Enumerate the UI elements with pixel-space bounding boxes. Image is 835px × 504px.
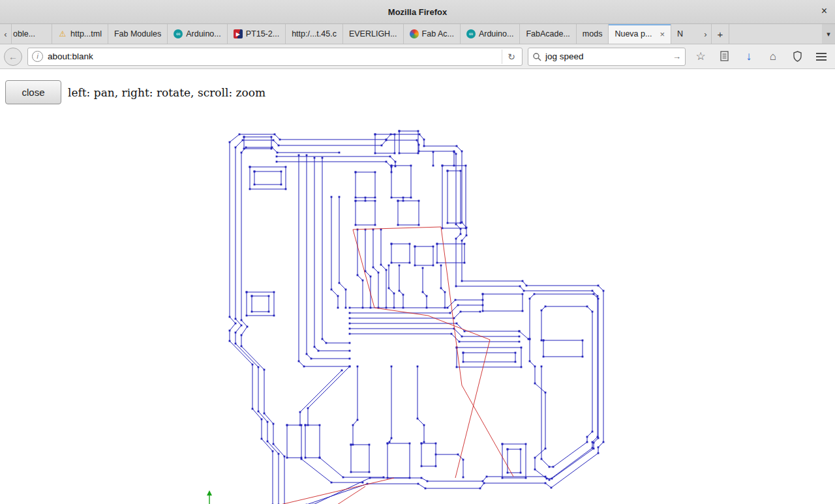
tab-label: oble... <box>13 29 35 38</box>
search-go-icon[interactable]: → <box>673 52 681 61</box>
tab-fab-ac[interactable]: Fab Ac... <box>404 24 461 44</box>
home-icon[interactable]: ⌂ <box>766 50 780 64</box>
list-tabs-button[interactable]: ▾ <box>822 24 835 44</box>
tab-label: mods <box>583 29 603 38</box>
tab-label: PT15-2... <box>246 29 279 38</box>
globe-icon <box>410 29 419 38</box>
tab-http-45[interactable]: http:/...t.45.c <box>286 24 343 44</box>
tab-nueva-active[interactable]: Nueva p... × <box>609 24 671 44</box>
tab-scroll-right-button[interactable]: › <box>700 24 712 44</box>
close-button[interactable]: close <box>5 80 61 104</box>
new-tab-button[interactable]: + <box>712 24 729 44</box>
bookmarks-icon[interactable] <box>718 50 732 64</box>
tab-bar: ‹ oble... http...tml Fab Modules Arduino… <box>0 24 835 44</box>
back-button[interactable]: ← <box>4 48 22 66</box>
tab-label: EVERLIGH... <box>349 29 397 38</box>
page-content: close left: pan, right: rotate, scroll: … <box>0 69 835 504</box>
tab-label: Fab Modules <box>114 29 161 38</box>
tab-label: http:/...t.45.c <box>292 29 337 38</box>
window-titlebar: Mozilla Firefox × <box>0 0 835 24</box>
tab-label: N <box>677 29 683 38</box>
search-input[interactable]: jog speed → <box>528 48 686 66</box>
tab-label: Arduino... <box>479 29 514 38</box>
tab-arduino-2[interactable]: Arduino... <box>461 24 521 44</box>
pt-icon <box>234 29 243 38</box>
tab-fabacademy[interactable]: FabAcade... <box>520 24 576 44</box>
arduino-icon <box>466 29 476 38</box>
tab-label: Nueva p... <box>615 29 652 38</box>
tab-label: FabAcade... <box>526 29 569 38</box>
tab-label: Arduino... <box>186 29 221 38</box>
tab-close-icon[interactable]: × <box>660 29 665 39</box>
instructions-text: left: pan, right: rotate, scroll: zoom <box>68 86 266 99</box>
download-icon[interactable]: ↓ <box>742 50 756 64</box>
toolpath-traces <box>229 130 605 504</box>
tab-label: Fab Ac... <box>422 29 454 38</box>
reload-button[interactable]: ↻ <box>502 50 518 64</box>
star-icon[interactable]: ☆ <box>693 50 708 64</box>
tab-pt15[interactable]: PT15-2... <box>228 24 286 44</box>
tab-label: http...tml <box>70 29 102 38</box>
window-close-icon[interactable]: × <box>821 5 827 17</box>
page-toolbar: close left: pan, right: rotate, scroll: … <box>0 69 835 104</box>
tab-n-partial[interactable]: N <box>671 24 700 44</box>
navigation-toolbar: ← i about:blank ↻ jog speed → ☆ ↓ ⌂ <box>0 44 835 69</box>
url-text: about:blank <box>48 52 497 61</box>
warning-icon <box>58 29 67 38</box>
tab-scroll-left-button[interactable]: ‹ <box>0 24 12 44</box>
window-title: Mozilla Firefox <box>388 7 447 17</box>
toolbar-icons: ☆ ↓ ⌂ <box>691 50 831 64</box>
tab-mods[interactable]: mods <box>577 24 609 44</box>
tab-arduino-1[interactable]: Arduino... <box>168 24 228 44</box>
origin-marker <box>207 490 212 504</box>
menu-icon[interactable] <box>814 50 828 64</box>
search-icon[interactable] <box>532 52 541 61</box>
search-text: jog speed <box>545 52 669 61</box>
toolpath-rapid-moves <box>281 227 513 504</box>
tab-http-tml[interactable]: http...tml <box>52 24 108 44</box>
url-bar[interactable]: i about:blank ↻ <box>27 48 523 66</box>
info-icon[interactable]: i <box>32 51 43 62</box>
tab-fab-modules[interactable]: Fab Modules <box>108 24 168 44</box>
arduino-icon <box>174 29 183 38</box>
tab-everlight[interactable]: EVERLIGH... <box>343 24 404 44</box>
shield-icon[interactable] <box>790 50 804 64</box>
tab-oble[interactable]: oble... <box>12 24 52 44</box>
